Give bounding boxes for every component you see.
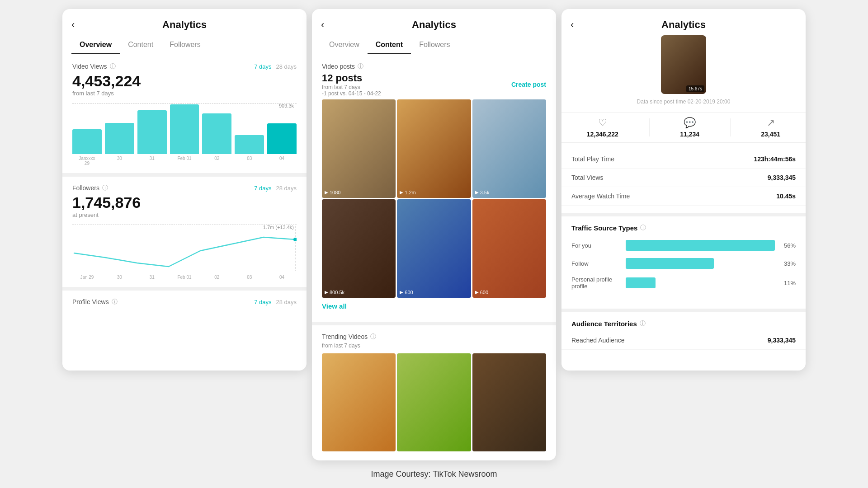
period-7-followers[interactable]: 7 days (254, 185, 271, 192)
followers-sublabel: at present (62, 211, 307, 218)
total-views-value: 9,333,345 (768, 174, 796, 181)
info-icon-audience: ⓘ (640, 319, 646, 328)
traffic-section: For you 56% Follow 33% Personal profilep… (561, 235, 806, 301)
back-button-2[interactable]: ‹ (321, 19, 324, 31)
trending-thumb-1[interactable] (322, 353, 396, 452)
line-label-6: 03 (235, 275, 264, 280)
video-count-4: ▶ 800.5k (325, 290, 344, 295)
panel2-header: ‹ Analytics (312, 9, 556, 35)
line-label-3: 31 (137, 275, 167, 280)
create-post-button[interactable]: Create post (511, 81, 546, 88)
reached-audience-value: 9,333,345 (768, 337, 796, 344)
likes-value: 12,346,222 (587, 131, 618, 138)
share-icon: ↗ (767, 117, 775, 129)
period-7-views[interactable]: 7 days (254, 63, 271, 70)
heart-icon: ♡ (598, 117, 607, 129)
bar-4 (170, 104, 199, 154)
back-button-3[interactable]: ‹ (571, 19, 574, 31)
view-all-link[interactable]: View all (312, 298, 556, 314)
period-28-profile[interactable]: 28 days (276, 299, 297, 305)
video-count-6: ▶ 600 (475, 290, 488, 295)
bar-2 (105, 123, 134, 154)
traffic-pct-foryou: 56% (779, 242, 796, 249)
video-count-2: ▶ 1.2m (400, 190, 415, 195)
panel3-header: ‹ Analytics (561, 9, 806, 35)
panel-content: ‹ Analytics Overview Content Followers V… (312, 9, 556, 460)
tab-overview-1[interactable]: Overview (71, 35, 120, 54)
detail-video-thumb[interactable]: 15.67s (661, 35, 706, 94)
panel1-title: Analytics (162, 19, 207, 31)
bar-1 (72, 129, 102, 154)
reached-audience-row: Reached Audience 9,333,345 (561, 331, 806, 350)
traffic-bar-wrap-profile (626, 277, 775, 288)
video-thumb-2[interactable]: ▶ 1.2m (397, 99, 471, 198)
total-views-label: Total Views (571, 174, 604, 181)
traffic-bar-profile (626, 277, 656, 288)
tab-overview-2[interactable]: Overview (321, 35, 368, 54)
tab-followers-1[interactable]: Followers (161, 35, 208, 54)
period-28-followers[interactable]: 28 days (276, 185, 297, 192)
video-thumb-6[interactable]: ▶ 600 (472, 199, 546, 298)
panel3-title: Analytics (661, 19, 706, 31)
tab-content-2[interactable]: Content (368, 35, 411, 54)
panel2-title: Analytics (412, 19, 456, 31)
video-duration: 15.67s (686, 85, 704, 92)
traffic-label-foryou: For you (571, 242, 621, 249)
video-thumb-4[interactable]: ▶ 800.5k (322, 199, 396, 298)
video-thumb-5[interactable]: ▶ 600 (397, 199, 471, 298)
traffic-bar-wrap-follow (626, 258, 775, 269)
total-play-time-value: 123h:44m:56s (754, 155, 796, 163)
period-7-profile[interactable]: 7 days (254, 299, 271, 305)
info-icon-trending: ⓘ (370, 333, 376, 341)
bar-label-3: 31 (137, 156, 167, 166)
panel-detail: ‹ Analytics 15.67s Data since post time … (561, 9, 806, 371)
panel-overview: ‹ Analytics Overview Content Followers V… (62, 9, 307, 371)
divider-2 (62, 287, 307, 291)
panel1-tabs: Overview Content Followers (62, 35, 307, 54)
trending-thumb-3[interactable] (472, 353, 546, 452)
panel2-tabs: Overview Content Followers (312, 35, 556, 54)
trending-videos-label: Trending Videos ⓘ (312, 333, 556, 341)
period-28-views[interactable]: 28 days (276, 63, 297, 70)
watermark: Image Courtesy: TikTok Newsroom (371, 469, 497, 479)
data-since: Data since post time 02-20-2019 20:00 (561, 99, 806, 105)
traffic-bar-foryou (626, 240, 775, 251)
line-chart (72, 226, 297, 271)
video-views-label: Video Views ⓘ 7 days 28 days (62, 62, 307, 70)
line-chart-labels: Jan 29 30 31 Feb 01 02 03 04 (62, 275, 307, 280)
video-views-sublabel: from last 7 days (62, 90, 307, 97)
info-icon-traffic: ⓘ (640, 224, 646, 232)
avg-watch-time-label: Average Watch Time (571, 192, 630, 200)
trending-sublabel: from last 7 days (312, 343, 556, 349)
bar-3 (137, 110, 167, 154)
play-icon-5: ▶ (400, 290, 403, 295)
bar-label-7: 04 (267, 156, 297, 166)
back-button-1[interactable]: ‹ (71, 19, 75, 31)
traffic-row-follow: Follow 33% (571, 258, 796, 269)
followers-value: 1,745,876 (62, 194, 307, 211)
bar-6 (235, 135, 264, 154)
video-thumb-1[interactable]: ▶ 1080 (322, 99, 396, 198)
info-icon-views: ⓘ (110, 62, 116, 70)
traffic-pct-profile: 11% (779, 280, 796, 286)
stat-shares: ↗ 23,451 (761, 117, 780, 138)
line-label-4: Feb 01 (170, 275, 199, 280)
tab-followers-2[interactable]: Followers (411, 35, 458, 54)
video-count-5: ▶ 600 (400, 290, 413, 295)
divider-p3 (561, 213, 806, 216)
video-thumb-3[interactable]: ▶ 3.5k (472, 99, 546, 198)
info-icon-posts: ⓘ (358, 62, 363, 70)
traffic-source-title: Traffic Source Types (571, 224, 637, 232)
bar-label-5: 02 (202, 156, 231, 166)
divider-p2 (312, 322, 556, 325)
bar-chart-labels: Janxxxx29 30 31 Feb 01 02 03 04 (62, 156, 307, 166)
audience-territories-title: Audience Territories (571, 320, 637, 328)
comments-value: 11,234 (680, 131, 699, 138)
bar-label-4: Feb 01 (170, 156, 199, 166)
bar-label-6: 03 (235, 156, 264, 166)
trending-thumb-2[interactable] (397, 353, 471, 452)
video-grid: ▶ 1080 ▶ 1.2m ▶ 3.5k ▶ 800.5k ▶ (322, 99, 546, 298)
line-label-7: 04 (267, 275, 297, 280)
video-count-3: ▶ 3.5k (475, 190, 490, 195)
tab-content-1[interactable]: Content (120, 35, 161, 54)
